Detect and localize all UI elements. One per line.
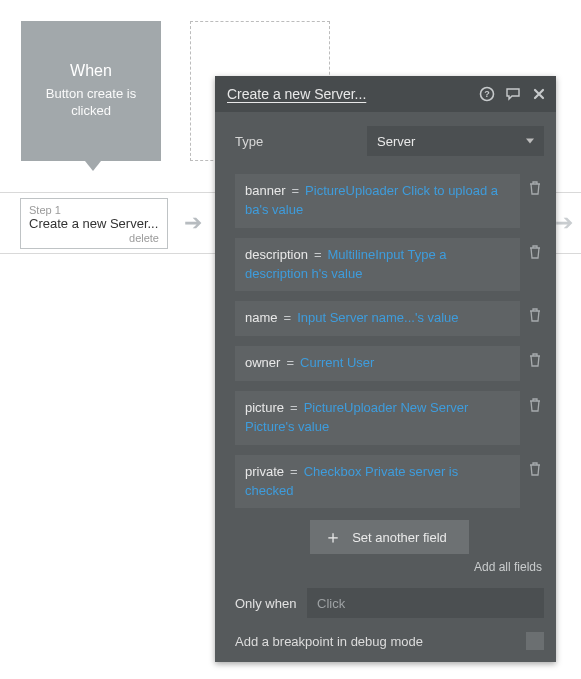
- trash-icon[interactable]: [528, 238, 544, 260]
- panel-title: Create a new Server... ?: [215, 76, 556, 112]
- trash-icon[interactable]: [528, 455, 544, 477]
- set-another-label: Set another field: [352, 530, 447, 545]
- when-title: When: [70, 62, 112, 80]
- field-key: banner: [245, 183, 285, 198]
- type-label: Type: [235, 134, 355, 149]
- set-another-field-button[interactable]: ＋ Set another field: [310, 520, 469, 554]
- step-delete-link[interactable]: delete: [29, 232, 159, 244]
- arrow-right-icon: ➔: [184, 210, 202, 236]
- field-row-banner[interactable]: banner=PictureUploader Click to upload a…: [235, 174, 520, 228]
- step-title: Create a new Server...: [29, 216, 159, 231]
- field-value-cont: value: [272, 202, 303, 217]
- trash-icon[interactable]: [528, 346, 544, 368]
- add-all-fields-link[interactable]: Add all fields: [235, 560, 542, 574]
- field-key: description: [245, 247, 308, 262]
- breakpoint-label: Add a breakpoint in debug mode: [235, 634, 423, 649]
- property-editor-panel: Create a new Server... ? Type Server: [215, 76, 556, 662]
- step-card-1[interactable]: Step 1 Create a new Server... delete: [20, 198, 168, 249]
- field-row-description[interactable]: description=MultilineInput Type a descri…: [235, 238, 520, 292]
- panel-title-text: Create a new Server...: [227, 86, 366, 102]
- breakpoint-checkbox[interactable]: [526, 632, 544, 650]
- when-event-block[interactable]: When Button create is clicked: [21, 21, 161, 161]
- step-number-label: Step 1: [29, 204, 159, 216]
- plus-icon: ＋: [324, 528, 342, 546]
- field-row-name[interactable]: name=Input Server name...'s value: [235, 301, 520, 336]
- svg-text:?: ?: [484, 89, 490, 99]
- field-key: picture: [245, 400, 284, 415]
- only-when-input[interactable]: [307, 588, 544, 618]
- field-row-owner[interactable]: owner=Current User: [235, 346, 520, 381]
- close-icon[interactable]: [530, 85, 548, 103]
- field-key: private: [245, 464, 284, 479]
- trash-icon[interactable]: [528, 391, 544, 413]
- field-row-picture[interactable]: picture=PictureUploader New Server Pictu…: [235, 391, 520, 445]
- when-subtitle: Button create is clicked: [33, 86, 149, 120]
- field-value[interactable]: Current User: [300, 355, 374, 370]
- type-select[interactable]: Server: [367, 126, 544, 156]
- trash-icon[interactable]: [528, 174, 544, 196]
- field-value[interactable]: Input Server name...'s value: [297, 310, 458, 325]
- trash-icon[interactable]: [528, 301, 544, 323]
- field-key: owner: [245, 355, 280, 370]
- comment-icon[interactable]: [504, 85, 522, 103]
- type-select-value: Server: [377, 134, 415, 149]
- field-row-private[interactable]: private=Checkbox Private server is check…: [235, 455, 520, 509]
- help-icon[interactable]: ?: [478, 85, 496, 103]
- field-value-cont: h's value: [312, 266, 363, 281]
- field-value-cont: value: [298, 419, 329, 434]
- arrow-right-far-icon: ➔: [555, 210, 573, 236]
- when-pointer-icon: [85, 161, 101, 171]
- only-when-label: Only when: [235, 596, 297, 611]
- field-key: name: [245, 310, 278, 325]
